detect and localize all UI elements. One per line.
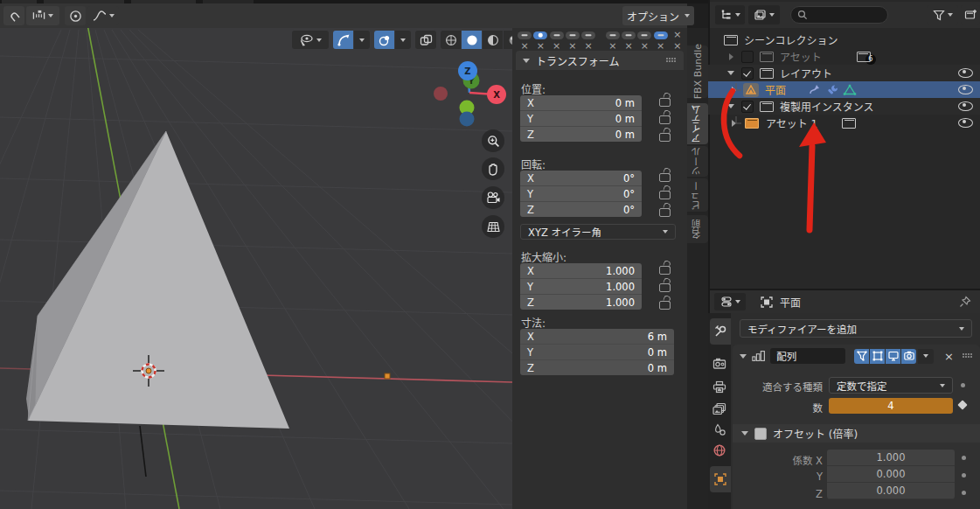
animate-decorator-dot[interactable] [962,473,966,478]
tab-world-properties[interactable] [708,437,731,464]
gizmos-toggle[interactable] [333,31,353,49]
count-field[interactable]: 4 [829,398,953,414]
tab-item[interactable]: アイテム [687,103,708,144]
location-z-field[interactable]: Z0 m [520,127,642,142]
qcd-slot-4[interactable] [566,31,580,39]
qcd-slot-2-active[interactable] [533,31,547,39]
dimension-z-field[interactable]: Z0 m [520,360,674,375]
overlays-toggle[interactable] [374,31,394,49]
shading-solid-button[interactable] [462,31,482,49]
rotation-y-lock[interactable] [659,185,671,199]
snap-magnet-button[interactable] [3,6,24,25]
gizmos-dropdown[interactable] [354,31,370,49]
tab-view[interactable]: ビュー [687,178,708,212]
outliner-search-input[interactable] [790,6,888,24]
qcd-empty-slot-icon[interactable]: × [654,41,668,51]
editor-type-dropdown[interactable] [715,5,745,24]
tab-fbx-bundle[interactable]: FBX Bundle [687,45,708,98]
eye-visibility-icon[interactable] [958,68,973,78]
modifier-name-field[interactable]: 配列 [770,348,845,364]
factor-y-field[interactable]: 0.000 [827,466,955,483]
eye-visibility-icon[interactable] [958,118,973,128]
shading-material-button[interactable] [483,31,503,49]
modifier-render-toggle[interactable] [901,349,916,364]
rotation-mode-dropdown[interactable]: XYZ オイラー角 [520,224,676,240]
filter-dropdown[interactable] [927,5,958,24]
qcd-empty-slot-icon[interactable]: × [581,41,595,51]
modifier-panel-header[interactable]: 配列 [733,345,980,367]
animate-decorator-dot[interactable] [962,491,966,495]
display-mode-dropdown[interactable] [748,5,780,24]
factor-z-field[interactable]: 0.000 [827,483,955,499]
qcd-slot-9-selected[interactable] [654,31,668,39]
orthographic-toggle-button[interactable] [482,215,504,238]
offset-enable-checkbox[interactable] [754,428,767,440]
properties-editor-type-dropdown[interactable] [714,293,746,310]
camera-view-button[interactable] [482,186,504,209]
qcd-slot-7[interactable] [622,31,636,39]
qcd-empty-slot-icon[interactable]: × [670,41,685,51]
modifier-drag-grip[interactable] [963,353,973,359]
location-z-lock[interactable] [659,128,671,142]
qcd-empty-slot-icon[interactable]: × [637,41,651,51]
rotation-z-field[interactable]: Z0° [520,202,642,217]
tab-object-properties[interactable] [710,466,731,492]
dimension-y-field[interactable]: Y0 m [520,345,674,360]
scale-z-field[interactable]: Z1.000 [520,295,642,310]
tab-tool-properties[interactable] [710,318,731,345]
qcd-empty-slot-icon[interactable]: × [606,41,620,51]
qcd-slot-1[interactable] [518,31,532,39]
qcd-empty-slot-icon[interactable]: × [533,41,547,51]
animate-decorator-dot[interactable] [962,456,966,460]
modifier-editmode-toggle[interactable] [870,349,885,364]
add-modifier-dropdown[interactable]: モディファイアーを追加 [740,319,972,338]
pan-button[interactable] [482,157,504,180]
eye-visibility-icon[interactable] [958,101,973,111]
snap-target-dropdown[interactable] [26,6,59,25]
new-collection-button[interactable] [961,5,980,24]
eye-visibility-icon[interactable] [958,85,973,94]
transform-panel-header[interactable]: トランスフォーム [516,51,684,70]
xray-toggle[interactable] [415,31,436,49]
object-visibility-dropdown[interactable] [292,31,329,49]
fit-type-dropdown[interactable]: 定数で指定 [829,377,953,394]
falloff-dropdown[interactable] [87,6,119,25]
modifier-extras-dropdown[interactable] [918,349,934,364]
pin-icon[interactable] [959,296,971,308]
panel-drag-grip[interactable] [666,58,677,63]
scale-y-field[interactable]: Y1.000 [520,279,642,295]
navigation-gizmo[interactable]: Y Z X [427,52,514,133]
factor-x-field[interactable]: 1.000 [827,450,955,466]
animate-decorator-dot[interactable] [961,383,965,387]
dimension-x-field[interactable]: X6 m [520,329,674,345]
qcd-empty-slot-icon[interactable]: × [518,41,532,51]
scale-x-field[interactable]: X1.000 [520,263,642,279]
location-x-field[interactable]: X0 m [520,95,642,111]
location-y-field[interactable]: Y0 m [520,111,642,127]
modifier-delete-button[interactable]: × [944,350,954,363]
tab-tool[interactable]: ツール [687,146,708,177]
proportional-editing-button[interactable] [65,6,86,25]
qcd-empty-slot-icon[interactable]: × [622,41,636,51]
rotation-x-field[interactable]: X0° [520,171,642,186]
qcd-slot-5[interactable] [581,31,595,39]
qcd-slot-6[interactable] [606,31,620,39]
location-y-lock[interactable] [659,110,671,124]
scale-y-lock[interactable] [659,278,671,292]
modifier-realtime-toggle[interactable] [886,349,900,364]
zoom-button[interactable] [482,129,504,152]
rotation-x-lock[interactable] [659,168,671,182]
qcd-empty-slot-icon[interactable]: × [566,41,580,51]
scale-z-lock[interactable] [659,296,671,310]
rotation-z-lock[interactable] [659,203,671,217]
qcd-slot-3[interactable] [550,31,564,39]
location-x-lock[interactable] [659,93,671,107]
qcd-slot-8[interactable] [637,31,651,39]
shading-wireframe-button[interactable] [441,31,461,49]
overlays-dropdown[interactable] [395,31,411,49]
qcd-slot-10-empty-icon[interactable]: × [670,31,685,39]
scale-x-lock[interactable] [659,261,671,275]
modifier-on-cage-toggle[interactable] [854,349,869,364]
tab-name[interactable]: 名前 [687,215,708,243]
rotation-y-field[interactable]: Y0° [520,186,642,202]
